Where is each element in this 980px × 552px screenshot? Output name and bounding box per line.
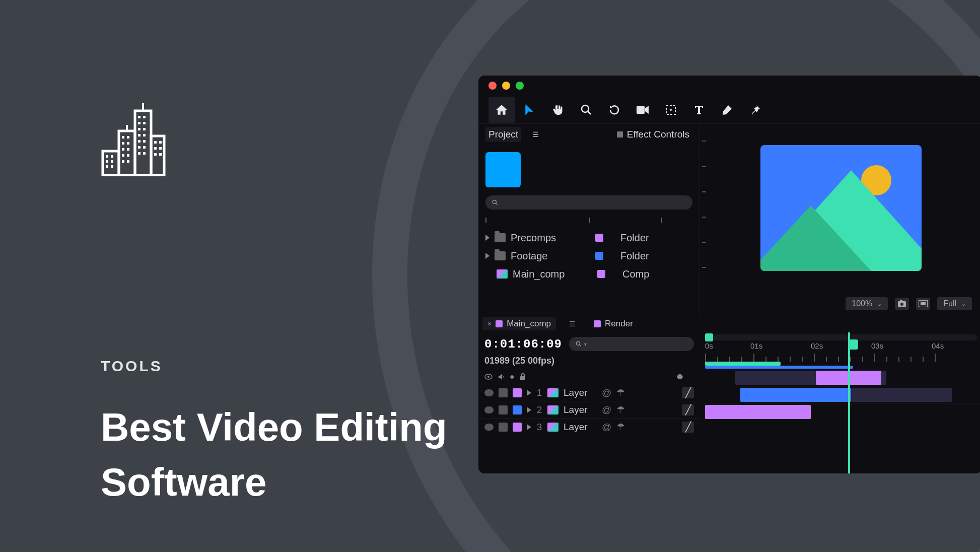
solo-toggle-icon[interactable]: ●	[510, 372, 515, 381]
preview-panel: 100%⌄ Full⌄	[700, 124, 980, 315]
solo-box[interactable]	[499, 388, 508, 397]
visibility-icon[interactable]	[484, 406, 494, 413]
svg-line-55	[580, 345, 581, 347]
layer-color-swatch[interactable]	[513, 423, 522, 432]
snapshot-button[interactable]	[895, 298, 909, 310]
expand-layer-icon[interactable]	[527, 390, 531, 396]
svg-rect-36	[154, 147, 157, 150]
layer-toggle-header: ●	[478, 370, 700, 384]
at-icon: @	[602, 387, 611, 398]
zoom-dropdown[interactable]: 100%⌄	[846, 297, 888, 310]
zoom-tool[interactable]	[573, 97, 599, 123]
timeline-tab-render[interactable]: Render	[589, 317, 638, 330]
timeline-ruler[interactable]: 0s 01s 02s 03s 04s	[705, 341, 977, 362]
layer-color-swatch[interactable]	[513, 405, 522, 415]
audio-toggle-icon[interactable]	[498, 373, 505, 380]
tab-project[interactable]: Project	[485, 127, 521, 142]
preview-canvas[interactable]	[760, 145, 922, 271]
selection-tool[interactable]	[517, 97, 543, 123]
switch-button[interactable]: ╱	[682, 404, 694, 416]
track-1[interactable]	[705, 369, 980, 386]
shy-toggle-icon[interactable]	[676, 373, 684, 380]
color-swatch	[597, 270, 605, 278]
minimize-window-button[interactable]	[502, 82, 510, 90]
panel-menu-button[interactable]: ☰	[529, 128, 542, 141]
lock-toggle-icon[interactable]	[520, 373, 526, 380]
playhead-line[interactable]	[848, 332, 850, 473]
expand-layer-icon[interactable]	[527, 424, 531, 430]
tab-effect-controls[interactable]: Effect Controls	[614, 127, 692, 142]
svg-rect-23	[143, 122, 146, 124]
svg-rect-21	[143, 116, 146, 118]
switch-button[interactable]: ╱	[682, 422, 694, 433]
shy-icon[interactable]: ☂	[616, 387, 625, 398]
timeline-tab-maincomp[interactable]: × Main_comp	[482, 317, 556, 330]
rotate-tool[interactable]	[601, 97, 627, 123]
svg-rect-31	[143, 146, 146, 149]
svg-rect-6	[106, 160, 108, 163]
svg-rect-38	[154, 153, 157, 156]
layer-row-2[interactable]: 2 Layer @ ☂ ╱	[478, 401, 700, 418]
switch-button[interactable]: ╱	[682, 387, 694, 398]
svg-rect-39	[159, 153, 162, 156]
project-panel: Project ☰ Effect Controls Precomp	[478, 124, 700, 315]
layer-color-swatch[interactable]	[513, 388, 522, 397]
svg-rect-53	[921, 302, 926, 305]
svg-rect-19	[127, 160, 129, 163]
expand-layer-icon[interactable]	[527, 407, 531, 413]
solo-box[interactable]	[499, 423, 508, 432]
timecode-display[interactable]: 0:01:06:09	[484, 337, 562, 351]
svg-point-57	[487, 376, 489, 378]
close-window-button[interactable]	[488, 82, 497, 90]
visibility-icon[interactable]	[484, 424, 494, 431]
maximize-window-button[interactable]	[516, 82, 524, 90]
pen-tool[interactable]	[714, 97, 740, 123]
timeline-panel-menu[interactable]: ☰	[564, 318, 581, 329]
visibility-icon[interactable]	[484, 389, 494, 396]
project-item-precomps[interactable]: Precomps Folder	[485, 229, 692, 247]
project-item-footage[interactable]: Footage Folder	[485, 247, 692, 265]
svg-rect-51	[900, 300, 902, 302]
track-2[interactable]	[705, 386, 980, 403]
pin-tool[interactable]	[742, 97, 768, 123]
svg-rect-58	[520, 376, 525, 380]
shy-icon[interactable]: ☂	[616, 404, 625, 416]
project-divider	[485, 217, 692, 224]
timeline-minibar[interactable]	[705, 334, 977, 340]
layer-type-icon	[547, 388, 558, 397]
search-icon	[492, 199, 499, 206]
shy-icon[interactable]: ☂	[616, 421, 625, 433]
project-search-input[interactable]	[485, 195, 692, 210]
svg-point-46	[670, 109, 672, 111]
camera-tool[interactable]	[629, 97, 656, 123]
layer-row-1[interactable]: 1 Layer @ ☂ ╱	[478, 384, 700, 401]
solo-box[interactable]	[499, 405, 508, 415]
svg-rect-37	[159, 147, 162, 150]
work-area-start[interactable]	[705, 333, 713, 341]
svg-rect-26	[138, 134, 141, 136]
expand-icon	[485, 235, 489, 241]
color-swatch	[595, 234, 603, 242]
visibility-toggle-icon[interactable]	[484, 374, 493, 380]
region-tool[interactable]	[658, 97, 684, 123]
svg-rect-28	[138, 140, 141, 143]
tab-close-icon[interactable]: ×	[487, 320, 492, 328]
quality-dropdown[interactable]: Full⌄	[937, 297, 972, 310]
track-3[interactable]	[705, 403, 980, 420]
layer-row-3[interactable]: 3 Layer @ ☂ ╱	[478, 418, 700, 435]
svg-point-54	[576, 341, 580, 345]
toolbar	[478, 96, 980, 124]
svg-rect-32	[138, 152, 141, 155]
home-tool[interactable]	[488, 97, 515, 123]
svg-line-43	[588, 111, 591, 114]
timeline-search-input[interactable]: ▾	[569, 337, 694, 351]
project-item-maincomp[interactable]: Main_comp Comp	[485, 265, 692, 283]
svg-rect-24	[138, 128, 141, 130]
display-mode-button[interactable]	[916, 298, 930, 310]
svg-rect-30	[138, 146, 141, 149]
svg-rect-9	[111, 165, 113, 168]
expand-icon	[485, 253, 489, 259]
hand-tool[interactable]	[545, 97, 571, 123]
selected-thumbnail[interactable]	[485, 152, 521, 187]
text-tool[interactable]	[686, 97, 712, 123]
